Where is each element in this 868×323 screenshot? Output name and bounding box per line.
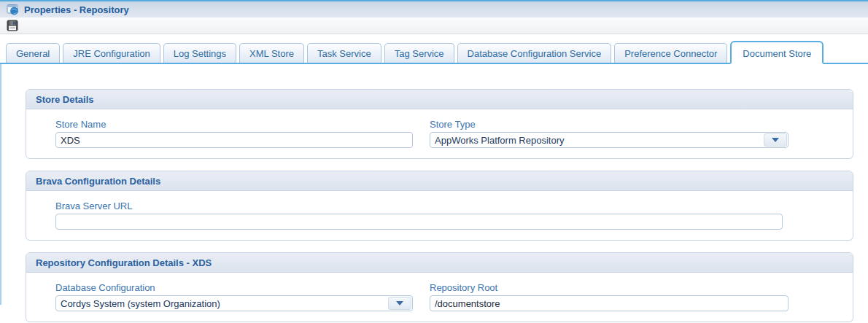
tab-log-settings[interactable]: Log Settings: [163, 43, 236, 63]
database-configuration-selected-value: Cordys System (system Organization): [56, 298, 388, 309]
brava-server-url-input[interactable]: [55, 214, 783, 230]
section-repository-configuration: Repository Configuration Details - XDS D…: [26, 252, 853, 322]
brava-server-url-label: Brava Server URL: [55, 201, 783, 211]
window-title: Properties - Repository: [24, 4, 129, 15]
database-configuration-dropdown-button[interactable]: [388, 297, 411, 310]
tab-general[interactable]: General: [6, 43, 60, 63]
section-brava-configuration: Brava Configuration Details Brava Server…: [26, 171, 853, 241]
tab-bar: General JRE Configuration Log Settings X…: [0, 41, 868, 64]
titlebar: Properties - Repository: [0, 0, 868, 17]
tab-content-document-store: Store Details Store Name Store Type AppW…: [0, 64, 868, 305]
section-store-details: Store Details Store Name Store Type AppW…: [26, 89, 853, 159]
tab-xml-store[interactable]: XML Store: [239, 43, 304, 63]
section-brava-configuration-title: Brava Configuration Details: [26, 171, 853, 191]
save-icon: [7, 20, 18, 31]
store-type-selected-value: AppWorks Platform Repository: [430, 135, 764, 146]
database-configuration-label: Database Configuration: [55, 282, 430, 293]
repository-root-input[interactable]: [430, 295, 788, 311]
store-name-input[interactable]: [55, 132, 413, 148]
chevron-down-icon: [772, 138, 779, 142]
store-type-label: Store Type: [430, 119, 853, 130]
properties-window: Properties - Repository General JRE Conf…: [0, 0, 868, 305]
database-configuration-dropdown[interactable]: Cordys System (system Organization): [55, 295, 413, 311]
section-repository-configuration-title: Repository Configuration Details - XDS: [26, 253, 853, 273]
tab-database-configuration-service[interactable]: Database Configuration Service: [457, 43, 612, 63]
tab-tag-service[interactable]: Tag Service: [384, 43, 454, 63]
save-button[interactable]: [6, 19, 19, 32]
chevron-down-icon: [396, 301, 403, 306]
store-type-dropdown[interactable]: AppWorks Platform Repository: [430, 132, 788, 148]
tab-jre-configuration[interactable]: JRE Configuration: [63, 43, 160, 63]
tab-task-service[interactable]: Task Service: [307, 43, 381, 63]
window-globe-icon: [7, 4, 19, 15]
store-type-dropdown-button[interactable]: [764, 133, 787, 147]
tab-document-store[interactable]: Document Store: [730, 41, 824, 64]
repository-root-label: Repository Root: [430, 282, 853, 293]
section-store-details-title: Store Details: [26, 90, 853, 109]
tab-preference-connector[interactable]: Preference Connector: [614, 43, 727, 63]
toolbar: [0, 17, 868, 34]
store-name-label: Store Name: [55, 119, 430, 130]
